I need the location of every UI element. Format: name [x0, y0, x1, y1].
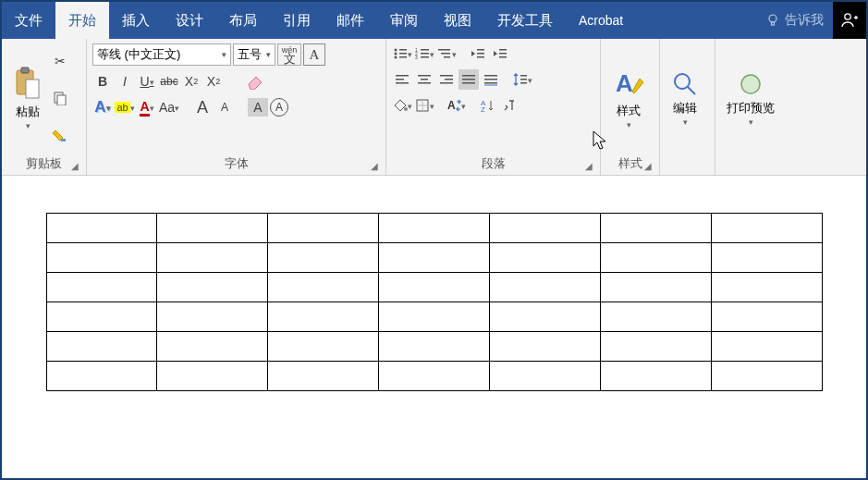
tab-view[interactable]: 视图 — [431, 2, 484, 39]
table-cell[interactable] — [489, 332, 600, 362]
paste-button[interactable]: 粘贴 ▾ — [7, 43, 48, 154]
table-cell[interactable] — [46, 214, 157, 243]
document-area[interactable] — [2, 176, 866, 428]
shrink-font-button[interactable]: A — [214, 97, 235, 117]
numbering-button[interactable]: 123▾ — [414, 43, 434, 64]
table-row[interactable] — [46, 362, 822, 391]
strikethrough-button[interactable]: abc — [159, 71, 179, 92]
cut-button[interactable]: ✂ — [50, 51, 70, 71]
dialog-launcher-icon[interactable]: ◢ — [585, 161, 593, 171]
table-cell[interactable] — [600, 214, 711, 243]
table-cell[interactable] — [268, 243, 379, 273]
phonetic-guide-button[interactable]: wén文 — [277, 43, 301, 66]
align-right-button[interactable] — [436, 69, 457, 90]
table-row[interactable] — [46, 243, 822, 273]
table-cell[interactable] — [46, 332, 157, 362]
table-cell[interactable] — [379, 362, 490, 391]
table-cell[interactable] — [711, 332, 822, 362]
font-color-button[interactable]: A▾ — [137, 97, 157, 117]
tab-acrobat[interactable]: Acrobat — [566, 2, 636, 39]
table-cell[interactable] — [600, 362, 711, 391]
table-cell[interactable] — [157, 214, 268, 243]
enclose-char-button[interactable]: A — [270, 98, 288, 117]
table-cell[interactable] — [379, 302, 490, 332]
table-cell[interactable] — [600, 243, 711, 273]
show-marks-button[interactable] — [499, 95, 520, 116]
tab-design[interactable]: 设计 — [163, 2, 216, 39]
table-cell[interactable] — [600, 273, 711, 302]
table-cell[interactable] — [711, 243, 822, 273]
dialog-launcher-icon[interactable]: ◢ — [644, 161, 652, 171]
table-cell[interactable] — [268, 362, 379, 391]
format-painter-button[interactable] — [50, 126, 70, 146]
table-row[interactable] — [46, 214, 822, 243]
table-cell[interactable] — [46, 302, 157, 332]
table-cell[interactable] — [157, 302, 268, 332]
increase-indent-button[interactable] — [490, 43, 510, 64]
char-border-button[interactable]: A — [303, 43, 325, 66]
table-cell[interactable] — [379, 332, 490, 362]
text-direction-button[interactable]: A▾ — [446, 95, 466, 116]
tab-mailings[interactable]: 邮件 — [324, 2, 377, 39]
dialog-launcher-icon[interactable]: ◢ — [371, 161, 378, 171]
table-cell[interactable] — [157, 332, 268, 362]
account-button[interactable] — [833, 2, 866, 39]
table-cell[interactable] — [157, 273, 268, 302]
table-cell[interactable] — [489, 243, 600, 273]
table-cell[interactable] — [711, 302, 822, 332]
align-justify-button[interactable] — [458, 69, 479, 90]
decrease-indent-button[interactable] — [468, 43, 488, 64]
table-cell[interactable] — [268, 214, 379, 243]
table-cell[interactable] — [379, 243, 490, 273]
table-cell[interactable] — [46, 273, 157, 302]
table-cell[interactable] — [379, 214, 490, 243]
tab-file[interactable]: 文件 — [2, 2, 55, 39]
table-cell[interactable] — [600, 302, 711, 332]
bold-button[interactable]: B — [92, 71, 113, 92]
line-spacing-button[interactable]: ▾ — [512, 69, 532, 90]
char-shading-button[interactable]: A — [248, 98, 268, 117]
dialog-launcher-icon[interactable]: ◢ — [71, 161, 79, 171]
subscript-button[interactable]: X2 — [181, 71, 202, 92]
edit-button[interactable]: 编辑 ▾ — [666, 43, 704, 154]
bullets-button[interactable]: ▾ — [392, 43, 412, 64]
table-cell[interactable] — [268, 332, 379, 362]
tab-insert[interactable]: 插入 — [109, 2, 163, 39]
table-cell[interactable] — [711, 214, 822, 243]
document-table[interactable] — [46, 213, 823, 391]
copy-button[interactable] — [50, 88, 70, 108]
styles-button[interactable]: A 样式 ▾ — [606, 43, 651, 154]
table-cell[interactable] — [489, 214, 600, 243]
table-cell[interactable] — [379, 273, 490, 302]
tab-review[interactable]: 审阅 — [377, 2, 431, 39]
table-cell[interactable] — [711, 273, 822, 302]
table-cell[interactable] — [157, 243, 268, 273]
table-row[interactable] — [46, 273, 822, 302]
font-name-combo[interactable]: 等线 (中文正文)▾ — [92, 43, 231, 66]
italic-button[interactable]: I — [115, 71, 135, 92]
tell-me[interactable]: 告诉我 — [757, 12, 833, 29]
table-cell[interactable] — [268, 302, 379, 332]
multilevel-list-button[interactable]: ▾ — [436, 43, 457, 64]
table-cell[interactable] — [46, 362, 157, 391]
align-left-button[interactable] — [392, 69, 412, 90]
table-row[interactable] — [46, 332, 822, 362]
highlight-button[interactable]: ab▾ — [115, 97, 135, 117]
align-center-button[interactable] — [414, 69, 434, 90]
font-size-combo[interactable]: 五号▾ — [233, 43, 275, 66]
superscript-button[interactable]: X2 — [203, 71, 224, 92]
text-effects-button[interactable]: A▾ — [92, 97, 113, 117]
underline-button[interactable]: U▾ — [137, 71, 157, 92]
tab-developer[interactable]: 开发工具 — [484, 2, 566, 39]
tab-references[interactable]: 引用 — [270, 2, 324, 39]
tab-home[interactable]: 开始 — [55, 2, 109, 39]
table-cell[interactable] — [600, 332, 711, 362]
table-row[interactable] — [46, 302, 822, 332]
borders-button[interactable]: ▾ — [414, 95, 434, 116]
table-cell[interactable] — [489, 362, 600, 391]
table-cell[interactable] — [46, 243, 157, 273]
clear-formatting-button[interactable] — [244, 71, 264, 92]
sort-button[interactable]: AZ — [477, 95, 497, 116]
table-cell[interactable] — [268, 273, 379, 302]
table-cell[interactable] — [711, 362, 822, 391]
